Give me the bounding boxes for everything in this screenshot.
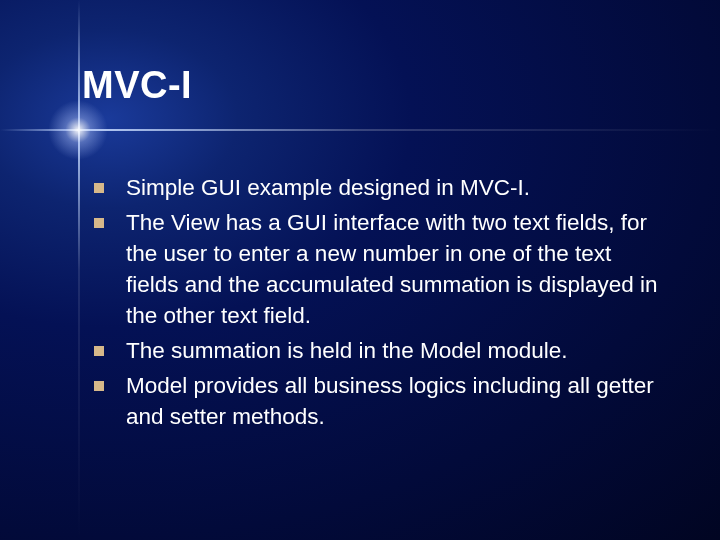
bullet-icon <box>94 346 104 356</box>
bullet-text: Model provides all business logics inclu… <box>126 370 664 432</box>
list-item: Model provides all business logics inclu… <box>94 370 664 432</box>
slide-content: Simple GUI example designed in MVC-I. Th… <box>94 172 664 436</box>
bullet-text: Simple GUI example designed in MVC-I. <box>126 172 530 203</box>
list-item: The View has a GUI interface with two te… <box>94 207 664 331</box>
bullet-text: The summation is held in the Model modul… <box>126 335 567 366</box>
bullet-icon <box>94 218 104 228</box>
bullet-icon <box>94 381 104 391</box>
decorative-horizontal-flare <box>0 129 720 131</box>
decorative-vertical-flare <box>78 0 80 540</box>
bullet-icon <box>94 183 104 193</box>
slide-title: MVC-I <box>82 64 192 107</box>
list-item: Simple GUI example designed in MVC-I. <box>94 172 664 203</box>
list-item: The summation is held in the Model modul… <box>94 335 664 366</box>
bullet-text: The View has a GUI interface with two te… <box>126 207 664 331</box>
